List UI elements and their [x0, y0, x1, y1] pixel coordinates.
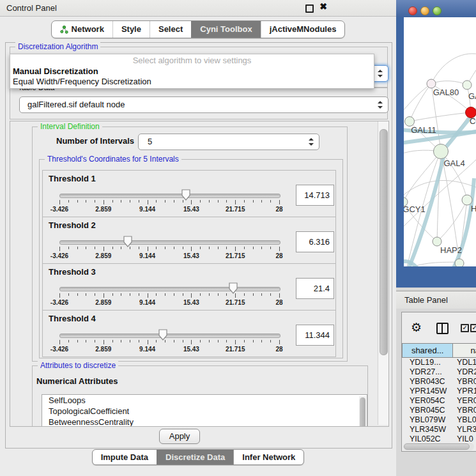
- window-zoom-button[interactable]: [433, 6, 441, 15]
- slider-tick: [165, 293, 165, 296]
- threshold-slider-track[interactable]: [59, 194, 280, 198]
- threshold-slider-thumb[interactable]: [158, 329, 167, 341]
- slider-tick-label: 28: [263, 206, 295, 213]
- slider-tick: [156, 340, 157, 342]
- threshold-slider-track[interactable]: [59, 334, 280, 338]
- cell-name[interactable]: YBR0: [454, 377, 476, 387]
- cell-shared-name[interactable]: YBL079W: [402, 415, 454, 425]
- threshold-slider-thumb[interactable]: [181, 189, 190, 201]
- slider-tick: [86, 247, 86, 249]
- cell-name[interactable]: YDL1: [454, 358, 476, 367]
- checkbox-icon[interactable]: ✓: [470, 324, 476, 332]
- table-hscrollbar-thumb[interactable]: [404, 443, 470, 450]
- apply-button[interactable]: Apply: [159, 429, 200, 444]
- number-of-intervals-value: 5: [148, 134, 152, 150]
- table-row[interactable]: YDL19...YDL1: [402, 358, 476, 367]
- float-window-icon[interactable]: [305, 4, 314, 13]
- checkbox-icon[interactable]: ✓: [461, 324, 469, 332]
- attribute-item[interactable]: BetweennessCentrality: [42, 417, 367, 427]
- slider-tick: [59, 247, 60, 251]
- cell-name[interactable]: YLR3: [454, 425, 476, 434]
- attribute-item[interactable]: TopologicalCoefficient: [42, 406, 367, 417]
- network-node-gal80[interactable]: [427, 79, 436, 88]
- slider-tick: [270, 340, 271, 342]
- table-row[interactable]: YBR045CYBR0: [402, 406, 476, 415]
- table-row[interactable]: YLR345WYLR3: [402, 425, 476, 434]
- tab-label: Style: [121, 21, 141, 38]
- tab-select[interactable]: Select: [150, 21, 191, 38]
- numerical-attributes-list[interactable]: SelfLoopsTopologicalCoefficientBetweenne…: [42, 394, 367, 427]
- threshold-value-field[interactable]: 14.713: [296, 185, 334, 206]
- cell-name[interactable]: YBR0: [454, 406, 476, 415]
- threshold-value-field[interactable]: 11.344: [296, 325, 334, 346]
- cell-shared-name[interactable]: YPR145W: [402, 387, 454, 396]
- attribute-item[interactable]: SelfLoops: [42, 395, 367, 406]
- split-columns-icon[interactable]: [436, 323, 449, 334]
- network-node-hap2[interactable]: [433, 237, 441, 246]
- discretization-algorithm-group-title: Discretization Algorithm: [15, 42, 100, 51]
- column-header-name[interactable]: na: [453, 343, 476, 358]
- number-of-intervals-spinner[interactable]: 5: [138, 134, 319, 150]
- network-node-ga[interactable]: [463, 81, 472, 89]
- tab-impute-data[interactable]: Impute Data: [93, 450, 157, 464]
- cell-shared-name[interactable]: YDL19...: [402, 358, 454, 367]
- window-minimize-button[interactable]: [420, 6, 429, 15]
- slider-tick-label: 2.859: [88, 252, 119, 259]
- threshold-value-field[interactable]: 21.4: [296, 278, 334, 299]
- attributes-list-scrollbar[interactable]: [359, 396, 366, 427]
- threshold-slider-thumb[interactable]: [123, 236, 132, 247]
- table-row[interactable]: YER054CYER0: [402, 396, 476, 406]
- threshold-slider-track[interactable]: [59, 240, 280, 245]
- cell-shared-name[interactable]: YLR345W: [402, 425, 454, 434]
- cell-shared-name[interactable]: YDR27...: [402, 367, 454, 377]
- threshold-slider-thumb[interactable]: [229, 282, 238, 294]
- cell-shared-name[interactable]: YBR045C: [402, 406, 454, 415]
- attributes-scrollbar-thumb[interactable]: [360, 397, 365, 427]
- algorithm-option[interactable]: Manual Discretization: [13, 66, 98, 77]
- tab-jactivemnodules[interactable]: jActiveMNodules: [261, 21, 345, 38]
- network-node[interactable]: [455, 259, 464, 266]
- table-row[interactable]: YPR145WYPR1: [402, 387, 476, 396]
- slider-tick: [279, 247, 280, 251]
- table-rows: YDL19...YDL1YDR27...YDR2YBR043CYBR0YPR14…: [402, 358, 476, 444]
- table-row[interactable]: YBL079WYBL0: [402, 415, 476, 425]
- application-window: Control Panel ✖ NetworkStyleSelectCyni T…: [0, 0, 476, 476]
- tab-discretize-data[interactable]: Discretize Data: [157, 450, 233, 464]
- slider-tick: [200, 200, 201, 203]
- algorithm-option[interactable]: Equal Width/Frequency Discretization: [13, 77, 151, 87]
- network-canvas[interactable]: GAL80GACGAL11GAL4GCY1HHAP2: [404, 17, 476, 266]
- threshold-panel: Threshold 4-3.4262.8599.14415.4321.71528…: [42, 310, 336, 357]
- slider-tick: [130, 293, 130, 296]
- slider-tick: [226, 200, 227, 203]
- table-row[interactable]: YBR043CYBR0: [402, 377, 476, 387]
- slider-tick: [218, 247, 219, 249]
- window-close-button[interactable]: [408, 6, 417, 15]
- network-node-gal4[interactable]: [434, 144, 449, 159]
- close-icon[interactable]: ✖: [319, 1, 327, 12]
- table-horizontal-scrollbar[interactable]: [403, 443, 474, 450]
- cell-shared-name[interactable]: YBR043C: [402, 377, 454, 387]
- settings-panel-scrollbar[interactable]: [378, 121, 388, 425]
- table-panel-titlebar: Table Panel: [396, 291, 476, 310]
- network-window-titlebar[interactable]: [396, 0, 476, 17]
- node-label: GA: [468, 91, 476, 101]
- cell-name[interactable]: YBL0: [454, 415, 476, 425]
- cyni-mode-tabs: Impute DataDiscretize DataInfer Network: [92, 449, 305, 465]
- settings-scrollbar-thumb[interactable]: [380, 129, 388, 355]
- algorithm-placeholder-option[interactable]: Select algorithm to view settings: [10, 56, 374, 66]
- tab-cyni-toolbox[interactable]: Cyni Toolbox: [191, 21, 260, 38]
- tab-network[interactable]: Network: [52, 21, 112, 38]
- cell-name[interactable]: YPR1: [454, 387, 476, 396]
- table-data-select[interactable]: galFiltered.sif default node: [19, 96, 388, 113]
- cell-shared-name[interactable]: YER054C: [402, 396, 454, 406]
- threshold-slider-track[interactable]: [59, 287, 280, 291]
- column-header-shared-name[interactable]: shared...: [402, 343, 453, 358]
- table-row[interactable]: YDR27...YDR2: [402, 367, 476, 377]
- threshold-value-field[interactable]: 6.316: [296, 231, 334, 252]
- gear-icon[interactable]: ⚙: [411, 320, 422, 334]
- cell-name[interactable]: YER0: [454, 396, 476, 406]
- slider-tick: [86, 293, 86, 296]
- tab-infer-network[interactable]: Infer Network: [233, 450, 303, 464]
- cell-name[interactable]: YDR2: [454, 367, 476, 377]
- tab-style[interactable]: Style: [112, 21, 150, 38]
